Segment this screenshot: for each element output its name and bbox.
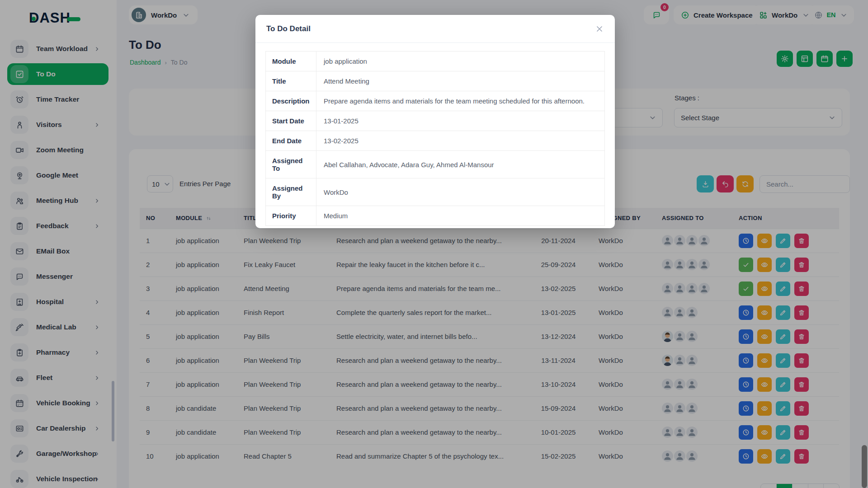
detail-value: Attend Meeting	[316, 71, 605, 91]
window-scrollbar[interactable]	[862, 445, 867, 488]
detail-value: WorkDo	[316, 178, 605, 206]
detail-row: Assigned ToAbel Callahan, Advocate, Adar…	[266, 151, 605, 178]
todo-detail-modal: To Do Detail Modulejob applicationTitleA…	[255, 15, 615, 228]
detail-label: Assigned By	[266, 178, 316, 206]
detail-row: TitleAttend Meeting	[266, 71, 605, 91]
detail-label: Start Date	[266, 111, 316, 131]
app-root: DASH Team WorkloadTo DoTime TrackerVisit…	[0, 0, 868, 488]
detail-label: End Date	[266, 131, 316, 151]
detail-value: 13-01-2025	[316, 111, 605, 131]
detail-value: job application	[316, 52, 605, 71]
modal-header: To Do Detail	[255, 15, 615, 43]
detail-row: PriorityMedium	[266, 206, 605, 226]
detail-row: End Date13-02-2025	[266, 131, 605, 151]
detail-row: Assigned ByWorkDo	[266, 178, 605, 206]
detail-value: Medium	[316, 206, 605, 226]
modal-body: Modulejob applicationTitleAttend Meeting…	[255, 43, 615, 234]
detail-row: Modulejob application	[266, 52, 605, 71]
detail-label: Priority	[266, 206, 316, 226]
close-icon[interactable]	[595, 24, 604, 33]
detail-value: Prepare agenda items and materials for t…	[316, 91, 605, 111]
detail-label: Assigned To	[266, 151, 316, 178]
detail-label: Description	[266, 91, 316, 111]
detail-row: Start Date13-01-2025	[266, 111, 605, 131]
detail-table: Modulejob applicationTitleAttend Meeting…	[265, 51, 605, 226]
detail-row: DescriptionPrepare agenda items and mate…	[266, 91, 605, 111]
detail-label: Module	[266, 52, 316, 71]
modal-title: To Do Detail	[266, 24, 311, 33]
detail-value: Abel Callahan, Advocate, Adara Guy, Ahme…	[316, 151, 605, 178]
detail-value: 13-02-2025	[316, 131, 605, 151]
detail-label: Title	[266, 71, 316, 91]
